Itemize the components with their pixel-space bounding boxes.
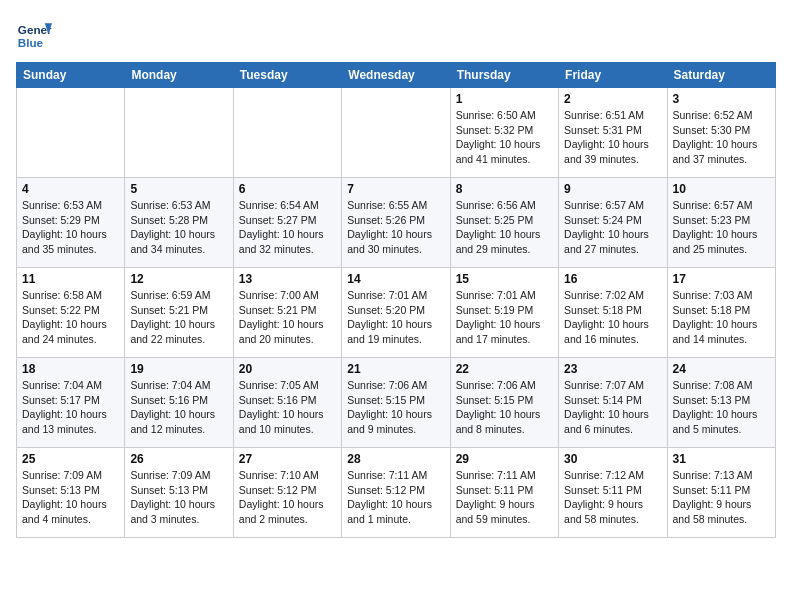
day-number: 14 [347, 272, 444, 286]
day-number: 24 [673, 362, 770, 376]
calendar-cell: 22Sunrise: 7:06 AM Sunset: 5:15 PM Dayli… [450, 358, 558, 448]
day-number: 7 [347, 182, 444, 196]
svg-text:Blue: Blue [18, 36, 44, 49]
weekday-monday: Monday [125, 63, 233, 88]
calendar-cell: 10Sunrise: 6:57 AM Sunset: 5:23 PM Dayli… [667, 178, 775, 268]
day-info: Sunrise: 7:05 AM Sunset: 5:16 PM Dayligh… [239, 378, 336, 437]
day-info: Sunrise: 6:50 AM Sunset: 5:32 PM Dayligh… [456, 108, 553, 167]
day-number: 15 [456, 272, 553, 286]
day-info: Sunrise: 6:56 AM Sunset: 5:25 PM Dayligh… [456, 198, 553, 257]
day-info: Sunrise: 7:06 AM Sunset: 5:15 PM Dayligh… [347, 378, 444, 437]
calendar-cell: 23Sunrise: 7:07 AM Sunset: 5:14 PM Dayli… [559, 358, 667, 448]
calendar-cell: 8Sunrise: 6:56 AM Sunset: 5:25 PM Daylig… [450, 178, 558, 268]
day-info: Sunrise: 7:00 AM Sunset: 5:21 PM Dayligh… [239, 288, 336, 347]
calendar-cell: 26Sunrise: 7:09 AM Sunset: 5:13 PM Dayli… [125, 448, 233, 538]
day-number: 8 [456, 182, 553, 196]
day-number: 25 [22, 452, 119, 466]
day-number: 16 [564, 272, 661, 286]
calendar-cell: 12Sunrise: 6:59 AM Sunset: 5:21 PM Dayli… [125, 268, 233, 358]
weekday-saturday: Saturday [667, 63, 775, 88]
day-info: Sunrise: 7:01 AM Sunset: 5:19 PM Dayligh… [456, 288, 553, 347]
day-number: 19 [130, 362, 227, 376]
calendar-cell [17, 88, 125, 178]
day-info: Sunrise: 7:09 AM Sunset: 5:13 PM Dayligh… [130, 468, 227, 527]
day-number: 9 [564, 182, 661, 196]
day-number: 22 [456, 362, 553, 376]
logo: General Blue [16, 16, 56, 52]
calendar-cell: 17Sunrise: 7:03 AM Sunset: 5:18 PM Dayli… [667, 268, 775, 358]
calendar-cell: 9Sunrise: 6:57 AM Sunset: 5:24 PM Daylig… [559, 178, 667, 268]
weekday-friday: Friday [559, 63, 667, 88]
calendar-cell: 13Sunrise: 7:00 AM Sunset: 5:21 PM Dayli… [233, 268, 341, 358]
day-number: 4 [22, 182, 119, 196]
weekday-thursday: Thursday [450, 63, 558, 88]
day-info: Sunrise: 6:52 AM Sunset: 5:30 PM Dayligh… [673, 108, 770, 167]
day-number: 18 [22, 362, 119, 376]
calendar-cell: 11Sunrise: 6:58 AM Sunset: 5:22 PM Dayli… [17, 268, 125, 358]
calendar-cell [125, 88, 233, 178]
day-number: 3 [673, 92, 770, 106]
page-header: General Blue [16, 16, 776, 52]
calendar-cell [233, 88, 341, 178]
day-number: 2 [564, 92, 661, 106]
calendar-cell: 27Sunrise: 7:10 AM Sunset: 5:12 PM Dayli… [233, 448, 341, 538]
day-info: Sunrise: 6:51 AM Sunset: 5:31 PM Dayligh… [564, 108, 661, 167]
day-info: Sunrise: 7:08 AM Sunset: 5:13 PM Dayligh… [673, 378, 770, 437]
day-number: 28 [347, 452, 444, 466]
week-row-3: 11Sunrise: 6:58 AM Sunset: 5:22 PM Dayli… [17, 268, 776, 358]
day-info: Sunrise: 6:53 AM Sunset: 5:28 PM Dayligh… [130, 198, 227, 257]
calendar-cell: 16Sunrise: 7:02 AM Sunset: 5:18 PM Dayli… [559, 268, 667, 358]
calendar-table: SundayMondayTuesdayWednesdayThursdayFrid… [16, 62, 776, 538]
day-number: 10 [673, 182, 770, 196]
day-info: Sunrise: 7:13 AM Sunset: 5:11 PM Dayligh… [673, 468, 770, 527]
calendar-cell: 1Sunrise: 6:50 AM Sunset: 5:32 PM Daylig… [450, 88, 558, 178]
day-info: Sunrise: 6:58 AM Sunset: 5:22 PM Dayligh… [22, 288, 119, 347]
day-info: Sunrise: 7:12 AM Sunset: 5:11 PM Dayligh… [564, 468, 661, 527]
calendar-cell: 15Sunrise: 7:01 AM Sunset: 5:19 PM Dayli… [450, 268, 558, 358]
day-number: 26 [130, 452, 227, 466]
day-info: Sunrise: 7:06 AM Sunset: 5:15 PM Dayligh… [456, 378, 553, 437]
week-row-1: 1Sunrise: 6:50 AM Sunset: 5:32 PM Daylig… [17, 88, 776, 178]
calendar-cell: 20Sunrise: 7:05 AM Sunset: 5:16 PM Dayli… [233, 358, 341, 448]
day-number: 29 [456, 452, 553, 466]
calendar-cell: 30Sunrise: 7:12 AM Sunset: 5:11 PM Dayli… [559, 448, 667, 538]
calendar-cell: 14Sunrise: 7:01 AM Sunset: 5:20 PM Dayli… [342, 268, 450, 358]
day-info: Sunrise: 7:07 AM Sunset: 5:14 PM Dayligh… [564, 378, 661, 437]
day-info: Sunrise: 7:09 AM Sunset: 5:13 PM Dayligh… [22, 468, 119, 527]
calendar-cell: 31Sunrise: 7:13 AM Sunset: 5:11 PM Dayli… [667, 448, 775, 538]
day-info: Sunrise: 7:11 AM Sunset: 5:11 PM Dayligh… [456, 468, 553, 527]
calendar-cell: 28Sunrise: 7:11 AM Sunset: 5:12 PM Dayli… [342, 448, 450, 538]
day-number: 12 [130, 272, 227, 286]
day-number: 21 [347, 362, 444, 376]
calendar-cell: 7Sunrise: 6:55 AM Sunset: 5:26 PM Daylig… [342, 178, 450, 268]
calendar-cell [342, 88, 450, 178]
day-number: 31 [673, 452, 770, 466]
day-info: Sunrise: 7:04 AM Sunset: 5:16 PM Dayligh… [130, 378, 227, 437]
day-number: 17 [673, 272, 770, 286]
calendar-cell: 4Sunrise: 6:53 AM Sunset: 5:29 PM Daylig… [17, 178, 125, 268]
calendar-cell: 5Sunrise: 6:53 AM Sunset: 5:28 PM Daylig… [125, 178, 233, 268]
calendar-cell: 18Sunrise: 7:04 AM Sunset: 5:17 PM Dayli… [17, 358, 125, 448]
logo-icon: General Blue [16, 16, 52, 52]
day-number: 6 [239, 182, 336, 196]
calendar-cell: 24Sunrise: 7:08 AM Sunset: 5:13 PM Dayli… [667, 358, 775, 448]
calendar-cell: 19Sunrise: 7:04 AM Sunset: 5:16 PM Dayli… [125, 358, 233, 448]
day-number: 27 [239, 452, 336, 466]
day-info: Sunrise: 6:59 AM Sunset: 5:21 PM Dayligh… [130, 288, 227, 347]
calendar-cell: 25Sunrise: 7:09 AM Sunset: 5:13 PM Dayli… [17, 448, 125, 538]
day-info: Sunrise: 6:57 AM Sunset: 5:23 PM Dayligh… [673, 198, 770, 257]
calendar-cell: 21Sunrise: 7:06 AM Sunset: 5:15 PM Dayli… [342, 358, 450, 448]
day-number: 1 [456, 92, 553, 106]
day-info: Sunrise: 7:01 AM Sunset: 5:20 PM Dayligh… [347, 288, 444, 347]
calendar-body: 1Sunrise: 6:50 AM Sunset: 5:32 PM Daylig… [17, 88, 776, 538]
day-info: Sunrise: 7:02 AM Sunset: 5:18 PM Dayligh… [564, 288, 661, 347]
day-info: Sunrise: 7:10 AM Sunset: 5:12 PM Dayligh… [239, 468, 336, 527]
day-number: 30 [564, 452, 661, 466]
day-info: Sunrise: 6:55 AM Sunset: 5:26 PM Dayligh… [347, 198, 444, 257]
weekday-sunday: Sunday [17, 63, 125, 88]
week-row-2: 4Sunrise: 6:53 AM Sunset: 5:29 PM Daylig… [17, 178, 776, 268]
day-number: 23 [564, 362, 661, 376]
day-info: Sunrise: 7:03 AM Sunset: 5:18 PM Dayligh… [673, 288, 770, 347]
week-row-5: 25Sunrise: 7:09 AM Sunset: 5:13 PM Dayli… [17, 448, 776, 538]
day-info: Sunrise: 7:04 AM Sunset: 5:17 PM Dayligh… [22, 378, 119, 437]
